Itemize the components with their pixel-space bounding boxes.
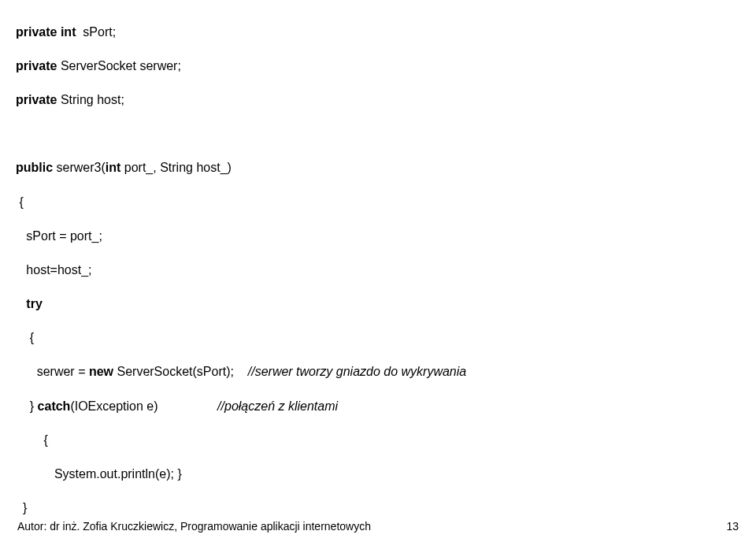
page-footer: Autor: dr inż. Zofia Kruczkiewicz, Progr… — [17, 520, 739, 533]
code-text: } — [16, 399, 38, 413]
code-block: private int sPort; private ServerSocket … — [16, 6, 740, 542]
comment: //serwer tworzy gniazdo do wykrywania — [248, 365, 466, 378]
code-text: host=host_; — [16, 262, 740, 279]
blank-line — [16, 125, 740, 143]
code-text: { — [16, 432, 740, 449]
code-text: String host; — [57, 93, 124, 106]
blank-line — [16, 533, 740, 542]
code-text: ServerSocket serwer; — [57, 59, 180, 72]
code-text: sPort; — [76, 25, 116, 39]
code-text: { — [16, 194, 740, 211]
code-text: { — [16, 329, 740, 347]
code-text: (IOException e) — [70, 399, 158, 413]
comment: //połączeń z klientami — [217, 399, 338, 413]
code-text: System.out.println(e); } — [16, 466, 740, 483]
code-text: port_, String host_) — [120, 161, 232, 174]
code-text — [16, 297, 26, 310]
keyword: private int — [16, 25, 76, 39]
page-content: private int sPort; private ServerSocket … — [0, 0, 756, 542]
code-text — [158, 399, 218, 413]
code-text: ServerSocket(sPort); — [113, 365, 234, 378]
keyword: new — [89, 365, 113, 378]
keyword: try — [26, 297, 42, 310]
keyword: catch — [38, 399, 71, 413]
keyword: private — [16, 93, 57, 106]
code-text: serwer = — [16, 365, 89, 378]
code-text — [234, 365, 248, 378]
code-text: serwer3( — [53, 161, 106, 174]
page-number: 13 — [726, 520, 739, 533]
keyword: private — [16, 59, 57, 72]
keyword: public — [16, 161, 53, 174]
keyword: int — [106, 161, 121, 174]
footer-author: Autor: dr inż. Zofia Kruczkiewicz, Progr… — [17, 520, 371, 533]
code-text: sPort = port_; — [16, 228, 740, 245]
code-text: } — [16, 499, 740, 517]
